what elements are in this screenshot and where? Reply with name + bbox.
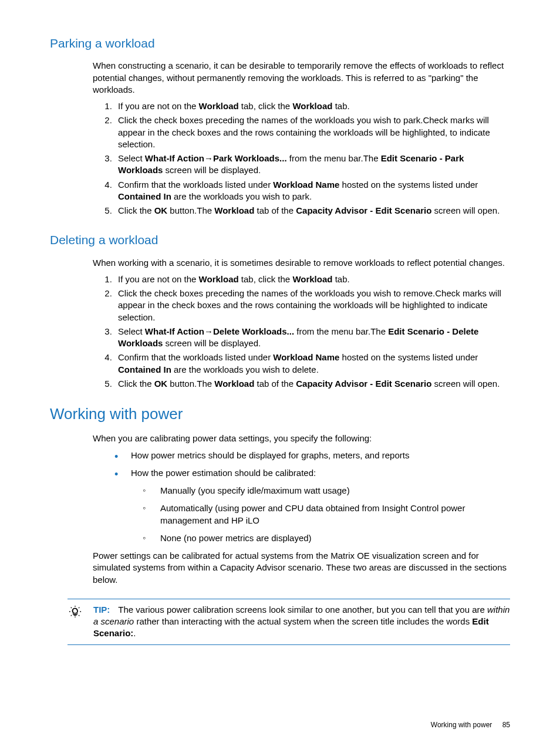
ordered-list: If you are not on the Workload tab, clic… <box>114 100 510 217</box>
text-bold: Workload <box>292 274 332 284</box>
text: Click the <box>118 205 154 215</box>
text: screen will open. <box>431 205 500 215</box>
tip-text: TIP:The various power calibration screen… <box>93 604 510 640</box>
text: hosted on the systems listed under <box>339 352 478 362</box>
list-item: None (no power metrics are displayed) <box>143 532 510 544</box>
text-bold: Workload <box>199 101 239 111</box>
list-item: If you are not on the Workload tab, clic… <box>114 274 510 285</box>
text: The <box>370 326 388 336</box>
text: tab, click the <box>239 101 293 111</box>
text: Select <box>118 153 145 163</box>
text: button. <box>167 379 197 389</box>
text-bold: Workload <box>199 274 239 284</box>
paragraph: When you are calibrating power data sett… <box>93 433 510 444</box>
text: The <box>197 205 214 215</box>
tip-label: TIP: <box>93 605 110 615</box>
text: tab of the <box>254 379 296 389</box>
section-heading-power: Working with power <box>50 404 510 424</box>
tip-callout: TIP:The various power calibration screen… <box>68 599 510 645</box>
text-bold: Workload <box>214 205 254 215</box>
text: If you are not on the <box>118 101 199 111</box>
list-item: Click the check boxes preceding the name… <box>114 288 510 323</box>
text: tab of the <box>254 205 296 215</box>
list-item: Click the check boxes preceding the name… <box>114 114 510 150</box>
text-bold: Workload <box>292 101 332 111</box>
text: are the workloads you wish to park. <box>171 191 312 201</box>
ordered-list: If you are not on the Workload tab, clic… <box>114 274 510 390</box>
text: from the menu bar. <box>287 153 363 163</box>
arrow-icon: → <box>204 326 213 336</box>
list-item: Automatically (using power and CPU data … <box>143 502 510 526</box>
text: The various power calibration screens lo… <box>118 605 487 615</box>
text: from the menu bar. <box>294 326 370 336</box>
text-bold: Workload <box>214 379 254 389</box>
list-item: Select What-If Action→Park Workloads... … <box>114 153 510 177</box>
nested-list: Manually (you specify idle/maximum watt … <box>143 485 510 544</box>
text-bold: Capacity Advisor - Edit Scenario <box>296 205 431 215</box>
text: tab, click the <box>239 274 293 284</box>
paragraph: When working with a scenario, it is some… <box>93 257 510 269</box>
text-bold: Park Workloads... <box>213 153 287 163</box>
text-bold: Contained In <box>118 364 171 374</box>
text-bold: What-If Action <box>145 326 204 336</box>
arrow-icon: → <box>204 153 213 163</box>
text: screen will be displayed. <box>163 338 261 348</box>
text-bold: Workload Name <box>273 352 339 362</box>
text: are the workloads you wish to delete. <box>171 364 319 374</box>
svg-point-0 <box>73 608 77 613</box>
list-item: Confirm that the workloads listed under … <box>114 352 510 376</box>
text: rather than interacting with the actual … <box>134 616 472 626</box>
list-item: Click the OK button.The Workload tab of … <box>114 378 510 390</box>
text: hosted on the systems listed under <box>339 180 478 190</box>
text: How the power estimation should be calib… <box>131 468 316 478</box>
text: The <box>197 379 214 389</box>
text: Click the check boxes preceding the name… <box>118 115 423 125</box>
paragraph: When constructing a scenario, it can be … <box>93 60 510 96</box>
list-item: Manually (you specify idle/maximum watt … <box>143 485 510 497</box>
list-item: Click the OK button.The Workload tab of … <box>114 205 510 217</box>
text: screen will be displayed. <box>163 165 261 175</box>
text-bold: Delete Workloads... <box>213 326 294 336</box>
text: tab. <box>332 101 349 111</box>
tip-icon <box>69 605 83 640</box>
text: Confirm that the workloads listed under <box>118 180 273 190</box>
section-heading-deleting: Deleting a workload <box>50 232 510 248</box>
list-item: If you are not on the Workload tab, clic… <box>114 100 510 112</box>
footer-section-title: Working with power <box>431 721 492 729</box>
paragraph: Power settings can be calibrated for act… <box>93 550 510 586</box>
text-bold: Workload Name <box>273 180 339 190</box>
text-bold: Contained In <box>118 191 171 201</box>
text-bold: OK <box>154 379 168 389</box>
page-footer: Working with power 85 <box>431 720 510 730</box>
text-bold: What-If Action <box>145 153 204 163</box>
text: tab. <box>332 274 349 284</box>
text: . <box>133 628 136 638</box>
text: button. <box>167 205 197 215</box>
text: The <box>363 153 381 163</box>
list-item: How the power estimation should be calib… <box>114 467 510 544</box>
text: Click the check boxes preceding the name… <box>118 288 435 298</box>
text: screen will open. <box>431 379 500 389</box>
bullet-list: How power metrics should be displayed fo… <box>114 450 510 545</box>
text-bold: OK <box>154 205 168 215</box>
text: Select <box>118 326 145 336</box>
list-item: Select What-If Action→Delete Workloads..… <box>114 326 510 350</box>
text: Click the <box>118 379 154 389</box>
text-bold: Capacity Advisor - Edit Scenario <box>296 379 431 389</box>
section-heading-parking: Parking a workload <box>50 35 510 52</box>
list-item: How power metrics should be displayed fo… <box>114 450 510 461</box>
text: Confirm that the workloads listed under <box>118 352 273 362</box>
text: If you are not on the <box>118 274 199 284</box>
list-item: Confirm that the workloads listed under … <box>114 179 510 203</box>
page-number: 85 <box>502 721 510 729</box>
